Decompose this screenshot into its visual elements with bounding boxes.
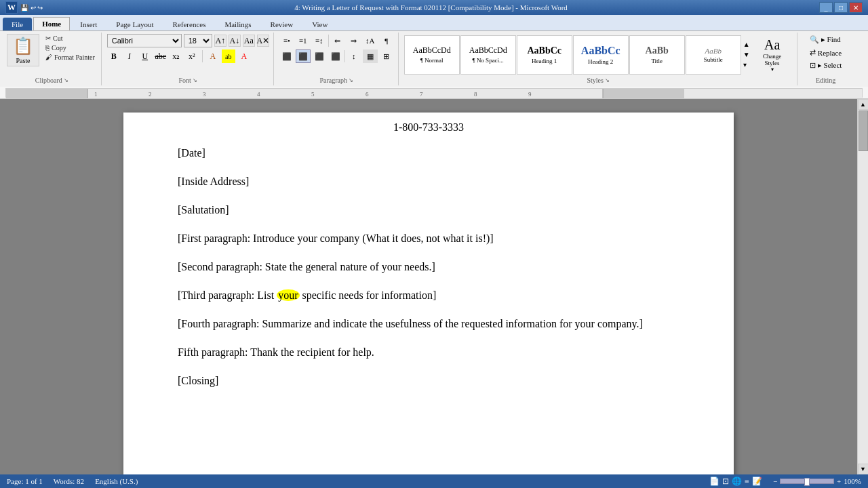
copy-icon: ⎘ bbox=[45, 44, 50, 52]
find-button[interactable]: 🔍 ▸ Find bbox=[807, 34, 844, 45]
numbering-button[interactable]: ≡1 bbox=[296, 34, 311, 47]
bold-button[interactable]: B bbox=[107, 49, 121, 63]
clipboard-dialog-launcher[interactable]: ↘ bbox=[64, 77, 68, 83]
tab-view[interactable]: View bbox=[303, 18, 336, 30]
replace-button[interactable]: ⇄ Replace bbox=[807, 47, 844, 58]
tab-references[interactable]: References bbox=[164, 18, 215, 30]
shrink-font-button[interactable]: A↓ bbox=[229, 35, 241, 47]
style-subtitle[interactable]: AaBb Subtitle bbox=[686, 35, 741, 75]
align-center-button[interactable]: ⬛ bbox=[296, 49, 311, 63]
underline-button[interactable]: U bbox=[138, 49, 152, 63]
select-button[interactable]: ⊡ ▸ Select bbox=[807, 60, 845, 71]
align-left-button[interactable]: ⬛ bbox=[279, 49, 294, 63]
zoom-slider[interactable] bbox=[780, 479, 834, 484]
subscript-button[interactable]: x₂ bbox=[170, 49, 183, 63]
scroll-thumb[interactable] bbox=[859, 110, 868, 151]
close-button[interactable]: ✕ bbox=[849, 2, 863, 13]
tab-mailings[interactable]: Mailings bbox=[216, 18, 260, 30]
strikethrough-button[interactable]: abc bbox=[154, 49, 167, 63]
tab-home[interactable]: Home bbox=[33, 17, 70, 30]
justify-button[interactable]: ⬛ bbox=[328, 49, 343, 63]
language-label: English (U.S.) bbox=[95, 477, 138, 485]
paste-button[interactable]: 📋 Paste bbox=[7, 34, 39, 66]
italic-button[interactable]: I bbox=[123, 49, 136, 63]
paragraph-list-row: ≡• ≡1 ≡↕ ⇐ ⇒ ↕A ¶ bbox=[279, 34, 394, 47]
vertical-scrollbar: ▲ ▼ bbox=[857, 99, 868, 474]
styles-scroll-down-button[interactable]: ▼ bbox=[742, 49, 751, 60]
multilevel-list-button[interactable]: ≡↕ bbox=[312, 34, 327, 47]
style-heading2[interactable]: AaBbCc Heading 2 bbox=[573, 35, 629, 75]
grow-font-button[interactable]: A↑ bbox=[214, 35, 226, 47]
font-size-select[interactable]: 18 bbox=[184, 34, 212, 47]
find-label: ▸ Find bbox=[821, 35, 841, 44]
paragraph-align-row: ⬛ ⬛ ⬛ ⬛ ↕ ▦ ⊞ bbox=[279, 49, 394, 63]
align-right-button[interactable]: ⬛ bbox=[312, 49, 327, 63]
change-case-button[interactable]: Aa bbox=[243, 35, 255, 47]
copy-button[interactable]: ⎘ Copy bbox=[43, 43, 97, 52]
text-highlight-button[interactable]: ab bbox=[222, 49, 235, 63]
print-layout-button[interactable]: 📄 bbox=[709, 476, 719, 487]
scissors-icon: ✂ bbox=[45, 35, 51, 42]
para1-line: [First paragraph: Introduce your company… bbox=[178, 230, 679, 247]
line-spacing-button[interactable]: ↕ bbox=[347, 49, 361, 63]
scroll-down-button[interactable]: ▼ bbox=[858, 464, 869, 474]
clear-formatting-button[interactable]: A✕ bbox=[257, 35, 269, 47]
title-bar: W 💾 ↩ ↪ 4: Writing a Letter of Request w… bbox=[0, 0, 868, 15]
decrease-indent-button[interactable]: ⇐ bbox=[330, 34, 345, 47]
document-page[interactable]: 1-800-733-3333 [Date] [Inside Address] [… bbox=[123, 113, 734, 474]
replace-label: Replace bbox=[818, 49, 842, 57]
font-formatting-row: B I U abc x₂ x² A ab A bbox=[107, 49, 251, 63]
zoom-out-button[interactable]: − bbox=[773, 477, 777, 485]
borders-button[interactable]: ⊞ bbox=[379, 49, 394, 63]
clipboard-group: 📋 Paste ✂ Cut ⎘ Copy 🖌 Format Painter bbox=[3, 33, 102, 85]
scroll-up-button[interactable]: ▲ bbox=[858, 99, 869, 110]
address-line: [Inside Address] bbox=[178, 174, 679, 190]
full-screen-button[interactable]: ⊡ bbox=[722, 476, 729, 487]
shading-button[interactable]: ▦ bbox=[363, 49, 378, 63]
increase-indent-button[interactable]: ⇒ bbox=[347, 34, 361, 47]
bullets-button[interactable]: ≡• bbox=[279, 34, 294, 47]
font-dialog-launcher[interactable]: ↘ bbox=[193, 77, 197, 83]
style-normal-preview: AaBbCcDd bbox=[413, 45, 451, 56]
zoom-level: 100% bbox=[844, 477, 861, 485]
zoom-slider-thumb[interactable] bbox=[804, 478, 810, 486]
sort-button[interactable]: ↕A bbox=[363, 34, 378, 47]
change-styles-button[interactable]: Aa ChangeStyles ▾ bbox=[752, 35, 793, 75]
paragraph-dialog-launcher[interactable]: ↘ bbox=[349, 77, 353, 83]
ruler-area: 1 2 3 4 5 6 7 8 9 bbox=[0, 87, 868, 99]
divider bbox=[328, 35, 329, 47]
font-group: Calibri 18 A↑ A↓ Aa A✕ B I U abc x₂ x² A… bbox=[103, 33, 274, 85]
font-color-button[interactable]: A bbox=[237, 49, 251, 63]
minimize-button[interactable]: _ bbox=[819, 2, 833, 13]
styles-dialog-launcher[interactable]: ↘ bbox=[605, 77, 610, 83]
style-normal[interactable]: AaBbCcDd ¶ Normal bbox=[404, 35, 460, 75]
title-bar-controls[interactable]: _ □ ✕ bbox=[819, 2, 863, 13]
superscript-button[interactable]: x² bbox=[185, 49, 199, 63]
title-bar-left: W 💾 ↩ ↪ bbox=[5, 1, 43, 14]
style-no-spacing[interactable]: AaBbCcDd ¶ No Spaci... bbox=[460, 35, 516, 75]
style-title[interactable]: AaBb Title bbox=[629, 35, 685, 75]
draft-button[interactable]: 📝 bbox=[752, 476, 762, 487]
divider bbox=[344, 50, 345, 62]
svg-text:6: 6 bbox=[366, 91, 369, 98]
cut-button[interactable]: ✂ Cut bbox=[43, 34, 97, 43]
para2-line: [Second paragraph: State the general nat… bbox=[178, 259, 679, 275]
styles-more-button[interactable]: ▾ bbox=[742, 60, 751, 70]
zoom-in-button[interactable]: + bbox=[837, 477, 841, 485]
scroll-track[interactable] bbox=[858, 110, 869, 464]
tab-review[interactable]: Review bbox=[262, 18, 302, 30]
style-no-spacing-preview: AaBbCcDd bbox=[469, 45, 507, 56]
font-family-select[interactable]: Calibri bbox=[107, 34, 182, 47]
style-heading1[interactable]: AaBbCc Heading 1 bbox=[517, 35, 572, 75]
tab-insert[interactable]: Insert bbox=[71, 18, 106, 30]
show-formatting-button[interactable]: ¶ bbox=[379, 34, 394, 47]
clipboard-group-label: Clipboard ↘ bbox=[35, 77, 68, 84]
web-layout-button[interactable]: 🌐 bbox=[732, 476, 742, 487]
maximize-button[interactable]: □ bbox=[834, 2, 848, 13]
outline-button[interactable]: ≡ bbox=[745, 476, 749, 487]
tab-page-layout[interactable]: Page Layout bbox=[107, 18, 162, 30]
format-painter-button[interactable]: 🖌 Format Painter bbox=[43, 53, 97, 62]
tab-file[interactable]: File bbox=[3, 18, 32, 30]
styles-scroll-up-button[interactable]: ▲ bbox=[742, 39, 751, 49]
text-effects-button[interactable]: A bbox=[206, 49, 220, 63]
